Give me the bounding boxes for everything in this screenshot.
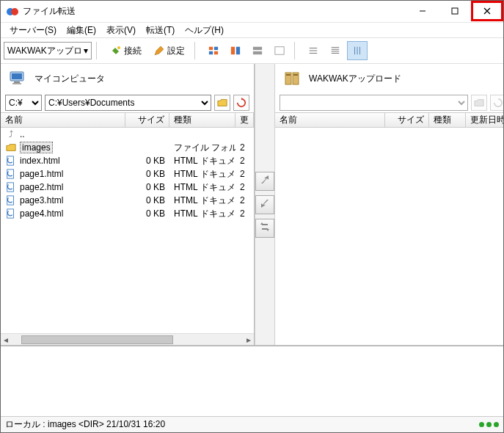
file-name: page1.html [20,169,63,179]
chevron-down-icon: ▾ [84,46,88,56]
file-type: HTML ドキュメント [169,181,235,194]
menu-transfer[interactable]: 転送(T) [142,23,179,38]
svg-point-1 [11,8,18,15]
folder-up-icon [473,97,485,109]
toolbar: WAKWAKアップロ ▾ 接続 設定 [1,37,503,64]
log-panel[interactable] [1,346,503,416]
updir-label: .. [20,129,25,139]
sync-icon [259,221,271,235]
remote-path-row [275,93,504,112]
minimize-button[interactable] [406,1,439,21]
local-refresh-button[interactable] [233,95,249,111]
local-drive-select[interactable]: C:¥ [5,95,42,111]
list-view-2-button[interactable] [325,41,346,60]
view-mode-2-button[interactable] [225,41,246,60]
local-col-name[interactable]: 名前 [1,113,125,127]
settings-button[interactable]: 設定 [148,41,190,60]
html-file-icon [5,194,17,206]
file-date: 2 [235,169,254,179]
remote-list-body[interactable] [275,128,504,345]
local-col-type[interactable]: 種類 [169,113,235,127]
svg-rect-39 [286,74,291,76]
menu-server[interactable]: サーバー(S) [5,23,61,38]
svg-rect-8 [214,47,218,50]
status-text: ローカル : images <DIR> 21/10/31 16:20 [5,418,165,431]
remote-col-size[interactable]: サイズ [385,113,429,127]
svg-rect-7 [209,47,213,50]
panes3-icon [252,45,263,57]
list-view-1-button[interactable] [303,41,324,60]
close-button[interactable] [471,1,503,21]
remote-header: WAKWAKアップロード [275,64,504,93]
file-type: HTML ドキュメント [169,208,235,220]
menu-view[interactable]: 表示(V) [102,23,140,38]
view-mode-1-button[interactable] [203,41,224,60]
svg-rect-3 [452,8,458,14]
local-up-button[interactable] [214,95,230,111]
refresh-icon [492,97,504,109]
profile-dropdown[interactable]: WAKWAKアップロ ▾ [4,42,92,59]
upload-button[interactable] [255,172,274,191]
remote-col-type[interactable]: 種類 [429,113,466,127]
local-col-size[interactable]: サイズ [125,113,169,127]
scroll-right-icon: ▸ [244,335,254,345]
titlebar: ファイル転送 [1,1,503,23]
remote-col-name[interactable]: 名前 [275,113,385,127]
list-row[interactable]: page2.html0 KBHTML ドキュメント2 [1,181,254,194]
maximize-button[interactable] [439,1,471,21]
list-row-updir[interactable]: ⤴.. [1,128,254,141]
toolbar-separator [96,42,101,59]
remote-up-button[interactable] [471,95,487,111]
file-name: page2.html [20,182,63,192]
download-button[interactable] [255,195,274,214]
local-list-header: 名前 サイズ 種類 更 [1,113,254,128]
list-row[interactable]: index.html0 KBHTML ドキュメント2 [1,154,254,167]
details-icon [329,45,341,57]
menubar: サーバー(S) 編集(E) 表示(V) 転送(T) ヘルプ(H) [1,23,503,37]
main-area: マイコンピュータ C:¥ C:¥Users¥Documents 名前 サイズ 種… [1,64,503,346]
local-hscrollbar[interactable]: ◂ ▸ [1,333,254,345]
columns-icon [351,45,363,57]
remote-header-text: WAKWAKアップロード [309,73,401,85]
sync-button[interactable] [255,219,274,238]
panes2-icon [230,45,241,57]
toolbar-separator [194,42,199,59]
server-icon [282,68,303,89]
scroll-thumb[interactable] [21,335,173,344]
list-view-3-button[interactable] [347,41,368,60]
updir-icon: ⤴ [5,128,17,140]
file-type: HTML ドキュメント [169,194,235,207]
local-list-body[interactable]: ⤴..imagesファイル フォルダー2index.html0 KBHTML ド… [1,128,254,333]
local-col-date[interactable]: 更 [235,113,254,127]
app-icon [7,6,18,18]
html-file-icon [5,155,17,167]
toolbar-separator [294,42,299,59]
remote-col-date[interactable]: 更新日時 [466,113,504,127]
list-row[interactable]: page4.html0 KBHTML ドキュメント2 [1,207,254,220]
list-row[interactable]: imagesファイル フォルダー2 [1,141,254,154]
local-path-select[interactable]: C:¥Users¥Documents [45,95,211,111]
list-row[interactable]: page1.html0 KBHTML ドキュメント2 [1,167,254,181]
local-header-text: マイコンピュータ [34,73,105,85]
file-size: 0 KB [125,182,169,192]
svg-rect-40 [293,74,298,76]
view-mode-3-button[interactable] [247,41,268,60]
plug-icon [110,45,122,57]
connection-indicator [479,422,499,427]
remote-refresh-button[interactable] [490,95,504,111]
menu-edit[interactable]: 編集(E) [62,23,101,38]
list-row[interactable]: page3.html0 KBHTML ドキュメント2 [1,194,254,207]
dot-icon [486,422,492,427]
file-size: 0 KB [125,195,169,205]
menu-help[interactable]: ヘルプ(H) [180,23,228,38]
remote-path-select[interactable] [280,95,468,111]
svg-rect-15 [275,47,284,55]
svg-rect-9 [209,51,213,54]
file-size: 0 KB [125,208,169,219]
panes-icon [208,45,219,57]
connect-button[interactable]: 接続 [105,41,147,60]
file-size: 0 KB [125,156,169,166]
view-mode-4-button[interactable] [269,41,290,60]
svg-rect-10 [214,51,218,54]
folder-icon [5,142,17,153]
